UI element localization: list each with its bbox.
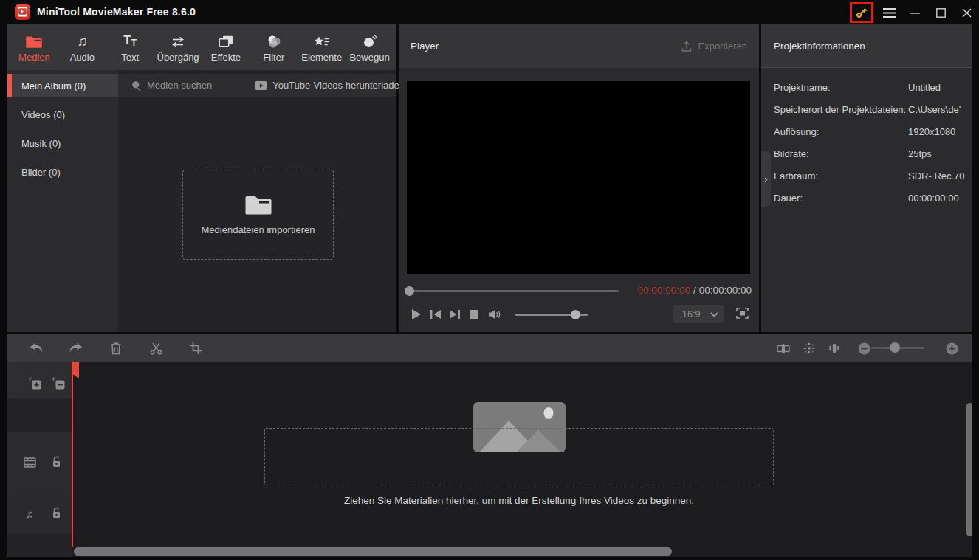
player-panel: Player Exportieren 00:00:00:00/00:00:00:…	[399, 24, 759, 332]
crop-icon	[190, 342, 202, 354]
tab-uebergang[interactable]: Übergäng	[154, 24, 202, 70]
export-icon	[681, 41, 693, 52]
info-row-projektname: Projektname: Untitled	[774, 76, 972, 98]
timeline-toolbar	[7, 334, 972, 362]
tab-audio[interactable]: ♫ Audio	[58, 24, 106, 70]
player-header: Player Exportieren	[399, 24, 759, 68]
add-track-icon	[28, 376, 42, 390]
tab-label: Filter	[263, 52, 284, 63]
app-title: MiniTool MovieMaker Free 8.6.0	[37, 6, 196, 18]
redo-button[interactable]	[69, 341, 83, 356]
play-icon	[411, 308, 422, 320]
project-info-panel: Projektinformationen › Projektname: Unti…	[761, 24, 972, 332]
ribbon-tabbar: Medien ♫ Audio TT Text Übergäng Effekte …	[7, 24, 396, 70]
tab-label: Audio	[70, 52, 95, 63]
info-label: Auflösung:	[774, 126, 819, 137]
timeline-dropzone[interactable]	[264, 428, 774, 485]
video-track-lock-button[interactable]	[49, 454, 63, 469]
tab-label: Text	[121, 52, 139, 63]
delete-button[interactable]	[109, 341, 123, 356]
volume-button[interactable]	[488, 309, 502, 319]
register-key-button[interactable]	[850, 2, 873, 23]
minimize-button[interactable]	[905, 3, 924, 22]
youtube-download-button[interactable]: YouTube-Videos herunterladen	[255, 80, 405, 91]
info-value: Untitled	[908, 82, 941, 93]
play-button[interactable]	[411, 308, 422, 320]
track-zoom-fit-button[interactable]	[827, 341, 842, 356]
next-frame-button[interactable]	[449, 309, 461, 319]
text-icon: TT	[123, 32, 137, 48]
undo-button[interactable]	[29, 341, 44, 356]
seek-bar[interactable]	[408, 290, 619, 292]
hamburger-icon	[883, 8, 896, 18]
playhead[interactable]	[72, 362, 73, 547]
video-preview	[407, 81, 750, 274]
tab-medien[interactable]: Medien	[10, 24, 58, 70]
remove-track-button[interactable]	[51, 376, 66, 390]
snap-toggle-button[interactable]	[802, 341, 817, 356]
titlebar: MiniTool MovieMaker Free 8.6.0	[0, 0, 979, 24]
timeline-zoom-out-button[interactable]	[856, 341, 871, 356]
youtube-download-label: YouTube-Videos herunterladen	[272, 80, 405, 91]
seek-thumb[interactable]	[405, 286, 414, 296]
info-label: Bildrate:	[774, 148, 809, 159]
menu-button[interactable]	[879, 3, 899, 22]
album-label: Videos (0)	[21, 109, 65, 120]
tab-label: Medien	[18, 52, 50, 63]
chevron-down-icon	[710, 312, 718, 317]
export-button[interactable]: Exportieren	[681, 41, 747, 52]
video-track-icon	[22, 455, 37, 470]
elements-icon	[314, 32, 330, 48]
vertical-scrollbar[interactable]	[966, 403, 972, 536]
unlock-icon	[52, 507, 61, 519]
track-rest-row	[7, 533, 72, 557]
tab-bewegung[interactable]: Bewegun	[346, 24, 394, 70]
info-row-dauer: Dauer: 00:00:00:00	[774, 187, 972, 209]
sidebar-item-videos[interactable]: Videos (0)	[7, 103, 118, 126]
tab-label: Übergäng	[157, 52, 199, 63]
stop-icon	[470, 310, 478, 319]
sidebar-item-musik[interactable]: Musik (0)	[7, 131, 118, 155]
media-search-input[interactable]: Medien suchen	[131, 80, 212, 91]
split-button[interactable]	[148, 341, 163, 356]
search-placeholder: Medien suchen	[147, 80, 212, 91]
crop-button[interactable]	[188, 341, 203, 356]
tab-filter[interactable]: Filter	[250, 24, 298, 70]
info-label: Speicherort der Projektdateien:	[774, 104, 906, 115]
tab-elemente[interactable]: Elemente	[298, 24, 346, 70]
info-row-aufloesung: Auflösung: 1920x1080	[774, 120, 972, 142]
panel-collapse-handle[interactable]: ›	[761, 151, 771, 207]
volume-thumb[interactable]	[571, 310, 580, 319]
search-icon	[131, 80, 142, 91]
info-value: 00:00:00:00	[908, 193, 959, 204]
sidebar-item-mein-album[interactable]: Mein Album (0)	[7, 74, 118, 97]
add-track-button[interactable]	[27, 376, 42, 390]
maximize-button[interactable]	[931, 3, 950, 22]
info-row-bildrate: Bildrate: 25fps	[774, 142, 972, 165]
import-media-dropzone[interactable]: Mediendateien importieren	[182, 170, 334, 260]
export-label: Exportieren	[698, 41, 747, 52]
timeline-zoom-thumb[interactable]	[890, 342, 900, 353]
stop-button[interactable]	[470, 310, 478, 319]
speaker-icon	[488, 309, 502, 319]
audio-track-lock-button[interactable]	[49, 505, 63, 520]
close-button[interactable]	[957, 3, 976, 22]
sidebar-item-bilder[interactable]: Bilder (0)	[7, 160, 118, 184]
track-zoom-icon	[828, 342, 840, 354]
aspect-ratio-select[interactable]: 16:9	[673, 305, 724, 323]
maximize-icon	[936, 8, 946, 18]
attach-clip-button[interactable]	[776, 341, 791, 356]
album-label: Bilder (0)	[21, 167, 61, 178]
youtube-icon	[255, 81, 267, 90]
tab-text[interactable]: TT Text	[106, 24, 154, 70]
library-topbar: Medien suchen YouTube-Videos herunterlad…	[118, 74, 396, 97]
horizontal-scrollbar[interactable]	[74, 547, 672, 556]
fullscreen-button[interactable]	[736, 308, 749, 319]
previous-frame-button[interactable]	[430, 309, 442, 319]
tab-effekte[interactable]: Effekte	[202, 24, 250, 70]
music-note-icon: ♫	[77, 32, 87, 48]
info-row-farbraum: Farbraum: SDR- Rec.70	[774, 165, 972, 187]
import-label: Mediendateien importieren	[202, 224, 315, 235]
previous-frame-icon	[430, 309, 442, 319]
timeline-zoom-in-button[interactable]	[944, 341, 959, 356]
